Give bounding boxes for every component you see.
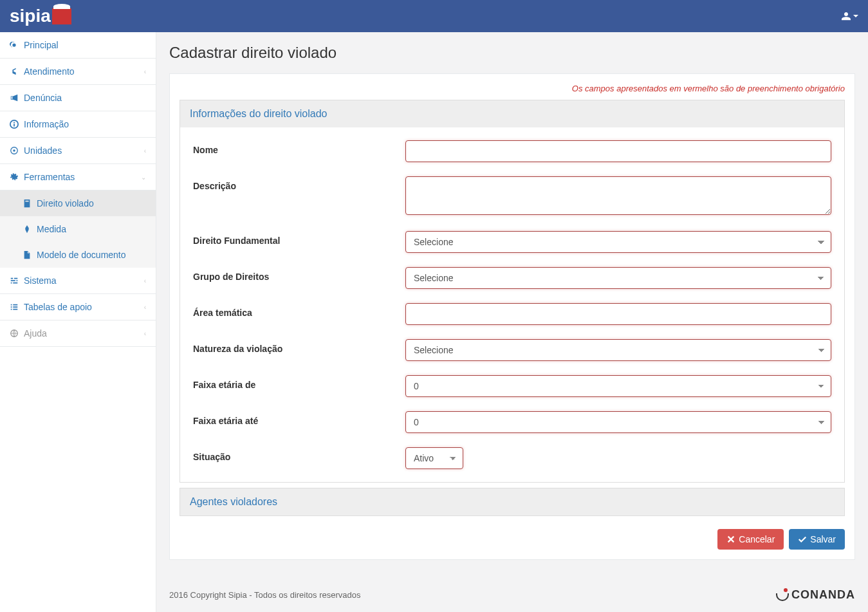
bullhorn-icon xyxy=(10,93,19,102)
select-grupo-direitos[interactable]: Selecione xyxy=(405,267,831,289)
sidebar-label: Modelo de documento xyxy=(37,250,126,260)
sidebar-item-atendimento[interactable]: Atendimento ‹ xyxy=(0,59,156,85)
panel-agentes-violadores: Agentes violadores xyxy=(180,488,845,516)
sidebar-item-unidades[interactable]: Unidades ‹ xyxy=(0,138,156,164)
sidebar-label: Atendimento xyxy=(24,66,75,77)
sidebar-label: Denúncia xyxy=(24,93,62,103)
sidebar-label: Informação xyxy=(24,119,69,129)
target-icon xyxy=(10,146,19,155)
page-header: Cadastrar direito violado xyxy=(156,32,868,73)
sidebar-item-informacao[interactable]: Informação xyxy=(0,111,156,138)
required-fields-note: Os campos apresentados em vermelho são d… xyxy=(180,84,845,93)
select-situacao[interactable]: Ativo xyxy=(405,447,463,469)
cogs-icon xyxy=(10,172,19,181)
info-icon xyxy=(10,120,19,129)
brand-icon xyxy=(52,8,71,24)
sidebar-item-sistema[interactable]: Sistema ‹ xyxy=(0,268,156,294)
pin-icon xyxy=(23,225,32,234)
globe-icon xyxy=(10,329,19,338)
label-nome: Nome xyxy=(193,140,405,155)
label-situacao: Situação xyxy=(193,447,405,462)
cancel-label: Cancelar xyxy=(739,534,775,544)
caret-down-icon xyxy=(853,15,858,17)
book-icon xyxy=(23,199,32,208)
page-title: Cadastrar direito violado xyxy=(169,44,855,62)
sidebar-label: Medida xyxy=(37,224,66,234)
user-menu[interactable] xyxy=(842,12,858,21)
label-natureza-violacao: Natureza da violação xyxy=(193,339,405,354)
input-nome[interactable] xyxy=(405,140,831,162)
chevron-left-icon: ‹ xyxy=(144,68,146,75)
brand-text: sipia xyxy=(10,6,51,26)
cancel-button[interactable]: Cancelar xyxy=(717,529,784,550)
save-label: Salvar xyxy=(810,534,836,544)
dashboard-icon xyxy=(10,41,19,50)
select-direito-fundamental[interactable]: Selecione xyxy=(405,231,831,253)
select-natureza-violacao[interactable]: Selecione xyxy=(405,339,831,361)
close-icon xyxy=(726,535,735,544)
sidebar-label: Ferramentas xyxy=(24,172,75,182)
partner-text: CONANDA xyxy=(791,588,855,602)
label-area-tematica: Área temática xyxy=(193,303,405,318)
sidebar-label: Direito violado xyxy=(37,198,94,209)
panel-informacoes: Informações do direito violado Nome Desc… xyxy=(180,100,845,483)
sidebar-label: Ajuda xyxy=(24,328,47,338)
conanda-icon xyxy=(775,587,790,602)
sidebar-item-medida[interactable]: Medida xyxy=(0,216,156,242)
sliders-icon xyxy=(10,276,19,285)
top-header: sipia xyxy=(0,0,868,32)
sidebar-label: Sistema xyxy=(24,275,57,286)
panel-header-informacoes[interactable]: Informações do direito violado xyxy=(180,100,844,127)
save-button[interactable]: Salvar xyxy=(789,529,845,550)
select-faixa-etaria-ate[interactable]: 0 xyxy=(405,411,831,433)
sidebar: Principal Atendimento ‹ Denúncia Informa… xyxy=(0,32,156,612)
footer: 2016 Copyright Sipia - Todos os direitos… xyxy=(156,577,868,612)
chevron-left-icon: ‹ xyxy=(144,277,146,284)
check-icon xyxy=(798,535,807,544)
sidebar-item-direito-violado[interactable]: Direito violado xyxy=(0,190,156,216)
copyright-text: 2016 Copyright Sipia - Todos os direitos… xyxy=(169,590,360,600)
sidebar-item-modelo-documento[interactable]: Modelo de documento xyxy=(0,242,156,268)
sidebar-item-tabelas-apoio[interactable]: Tabelas de apoio ‹ xyxy=(0,294,156,320)
sidebar-label: Unidades xyxy=(24,145,62,156)
sidebar-label: Tabelas de apoio xyxy=(24,302,92,312)
input-area-tematica[interactable] xyxy=(405,303,831,325)
chevron-left-icon: ‹ xyxy=(144,147,146,154)
label-grupo-direitos: Grupo de Direitos xyxy=(193,267,405,282)
chevron-left-icon: ‹ xyxy=(144,330,146,337)
label-faixa-etaria-de: Faixa etária de xyxy=(193,375,405,390)
chevron-left-icon: ‹ xyxy=(144,304,146,311)
sidebar-item-ajuda[interactable]: Ajuda ‹ xyxy=(0,320,156,347)
user-icon xyxy=(842,12,851,21)
svg-point-2 xyxy=(13,149,15,152)
textarea-descricao[interactable] xyxy=(405,176,831,215)
select-faixa-etaria-de[interactable]: 0 xyxy=(405,375,831,397)
label-descricao: Descrição xyxy=(193,176,405,191)
chevron-down-icon: ⌄ xyxy=(141,174,146,181)
label-faixa-etaria-ate: Faixa etária até xyxy=(193,411,405,426)
sidebar-item-denuncia[interactable]: Denúncia xyxy=(0,85,156,111)
sidebar-item-principal[interactable]: Principal xyxy=(0,32,156,59)
sidebar-label: Principal xyxy=(24,40,59,50)
form-card: Os campos apresentados em vermelho são d… xyxy=(169,73,855,560)
partner-logo: CONANDA xyxy=(775,587,855,602)
brand-logo[interactable]: sipia xyxy=(10,6,71,26)
panel-header-agentes[interactable]: Agentes violadores xyxy=(180,488,844,515)
share-icon xyxy=(10,67,19,76)
list-icon xyxy=(10,302,19,311)
label-direito-fundamental: Direito Fundamental xyxy=(193,231,405,246)
sidebar-item-ferramentas[interactable]: Ferramentas ⌄ xyxy=(0,164,156,190)
sidebar-submenu-ferramentas: Direito violado Medida Modelo de documen… xyxy=(0,190,156,268)
file-icon xyxy=(23,250,32,259)
